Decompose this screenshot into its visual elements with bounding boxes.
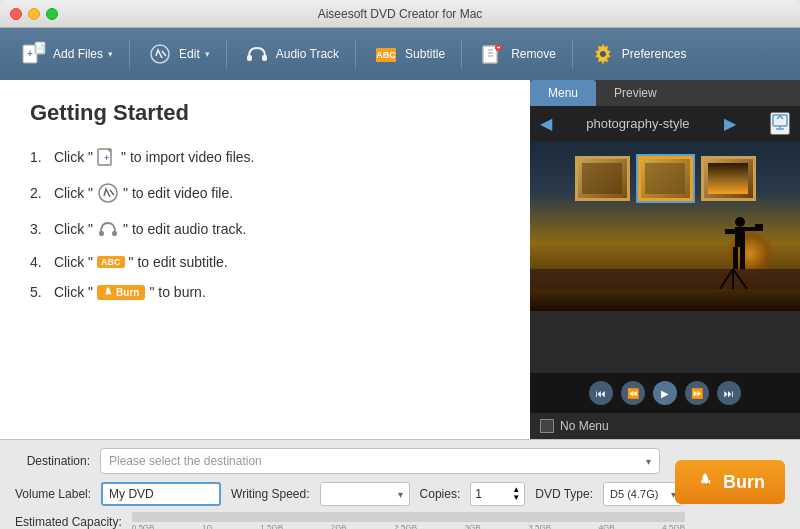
preview-image: [530, 141, 800, 373]
audio-track-button[interactable]: Audio Track: [233, 35, 349, 73]
capacity-ticks: 0.5GB 1G 1.5GB 2GB 2.5GB 3GB 3.5GB 4GB 4…: [132, 523, 685, 529]
app-title: Aiseesoft DVD Creator for Mac: [318, 7, 483, 21]
capacity-label: Estimated Capacity:: [15, 515, 122, 529]
svg-rect-5: [247, 55, 252, 61]
capacity-row: Estimated Capacity: 0.5GB 1G 1.5GB 2GB 2…: [15, 512, 785, 529]
destination-dropdown[interactable]: Please select the destination ▾: [100, 448, 660, 474]
destination-placeholder: Please select the destination: [109, 454, 646, 468]
frame-2[interactable]: [638, 156, 693, 201]
step-3-pre: Click ": [50, 221, 93, 237]
copies-down-button[interactable]: ▼: [512, 494, 520, 502]
subtitle-button[interactable]: ABC Subtitle: [362, 35, 455, 73]
preferences-button[interactable]: Preferences: [579, 35, 697, 73]
svg-rect-23: [530, 269, 800, 289]
svg-text:+: +: [27, 48, 33, 59]
step-4-pre: Click ": [50, 254, 93, 270]
step-5-post: " to burn.: [149, 284, 205, 300]
no-menu-row: No Menu: [530, 413, 800, 439]
edit-toolbar-icon: [148, 42, 172, 66]
writing-speed-dropdown[interactable]: ▾: [320, 482, 410, 506]
toolbar-sep-3: [355, 39, 356, 69]
mid-row: Volume Label: Writing Speed: ▾ Copies: 1…: [15, 482, 785, 506]
preview-nav: ◀ photography-style ▶: [530, 106, 800, 141]
menu-tab[interactable]: Menu: [530, 80, 596, 106]
edit-button[interactable]: Edit ▾: [136, 35, 220, 73]
photographer-silhouette: [530, 209, 800, 289]
writing-speed-label: Writing Speed:: [231, 487, 310, 501]
toolbar-sep-5: [572, 39, 573, 69]
headphone-icon: [245, 42, 269, 66]
copies-stepper[interactable]: 1 ▲ ▼: [470, 482, 525, 506]
forward-button[interactable]: ⏩: [685, 381, 709, 405]
svg-rect-9: [483, 46, 497, 63]
step-5-num: 5.: [30, 284, 50, 300]
main-area: Getting Started 1. Click " + " to import…: [0, 80, 800, 439]
no-menu-checkbox[interactable]: [540, 419, 554, 433]
minimize-button[interactable]: [28, 8, 40, 20]
title-bar: Aiseesoft DVD Creator for Mac: [0, 0, 800, 28]
destination-label: Destination:: [15, 454, 90, 468]
add-files-label: Add Files: [53, 47, 103, 61]
svg-point-24: [735, 217, 745, 227]
dvd-type-value: D5 (4.7G): [610, 488, 671, 500]
step-2: 2. Click " " to edit video file.: [30, 182, 500, 204]
capacity-bar-bg: [132, 512, 685, 522]
right-panel: Menu Preview ◀ photography-style ▶: [530, 80, 800, 439]
add-files-icon: + 📄: [21, 41, 47, 67]
maximize-button[interactable]: [46, 8, 58, 20]
step-2-pre: Click ": [50, 185, 93, 201]
step-2-post: " to edit video file.: [123, 185, 233, 201]
add-files-button[interactable]: + 📄 Add Files ▾: [10, 35, 123, 73]
preview-bg: [530, 141, 800, 311]
svg-text:📄: 📄: [35, 43, 45, 53]
volume-input[interactable]: [101, 482, 221, 506]
window-controls: [10, 8, 58, 20]
step-1-post: " to import video files.: [121, 149, 254, 165]
toolbar: + 📄 Add Files ▾ Edit ▾: [0, 28, 800, 80]
toolbar-sep-2: [226, 39, 227, 69]
no-menu-label: No Menu: [560, 419, 609, 433]
remove-button[interactable]: Remove: [468, 35, 566, 73]
frame-3[interactable]: [701, 156, 756, 201]
svg-rect-21: [112, 231, 117, 236]
step-4-post: " to edit subtitle.: [129, 254, 228, 270]
step-2-num: 2.: [30, 185, 50, 201]
step-3: 3. Click " " to edit audio track.: [30, 218, 500, 240]
dvd-type-label: DVD Type:: [535, 487, 593, 501]
subtitle-icon: ABC: [374, 42, 398, 66]
getting-started-title: Getting Started: [30, 100, 500, 126]
remove-icon: [480, 42, 504, 66]
content-area: Getting Started 1. Click " + " to import…: [0, 80, 530, 439]
step-5-pre: Click ": [50, 284, 93, 300]
rewind-button[interactable]: ⏪: [621, 381, 645, 405]
rewind-start-button[interactable]: ⏮: [589, 381, 613, 405]
player-controls: ⏮ ⏪ ▶ ⏩ ⏭: [530, 373, 800, 413]
step-3-num: 3.: [30, 221, 50, 237]
nav-next-button[interactable]: ▶: [724, 114, 736, 133]
panel-tabs: Menu Preview: [530, 80, 800, 106]
preview-style-title: photography-style: [586, 116, 689, 131]
destination-row: Destination: Please select the destinati…: [15, 448, 785, 474]
edit-arrow: ▾: [205, 49, 210, 59]
toolbar-sep-1: [129, 39, 130, 69]
forward-end-button[interactable]: ⏭: [717, 381, 741, 405]
dvd-type-dropdown[interactable]: D5 (4.7G) ▾: [603, 482, 683, 506]
svg-text:ABC: ABC: [376, 50, 396, 60]
preview-tab[interactable]: Preview: [596, 80, 675, 106]
svg-rect-6: [262, 55, 267, 61]
step-4-icon: ABC: [97, 256, 125, 268]
svg-rect-25: [735, 227, 745, 247]
subtitle-label: Subtitle: [405, 47, 445, 61]
nav-prev-button[interactable]: ◀: [540, 114, 552, 133]
svg-rect-30: [755, 224, 763, 231]
audio-track-label: Audio Track: [276, 47, 339, 61]
close-button[interactable]: [10, 8, 22, 20]
burn-button[interactable]: Burn: [675, 460, 785, 504]
step-3-post: " to edit audio track.: [123, 221, 246, 237]
step-1: 1. Click " + " to import video files.: [30, 146, 500, 168]
export-button[interactable]: [770, 112, 790, 135]
preferences-label: Preferences: [622, 47, 687, 61]
play-button[interactable]: ▶: [653, 381, 677, 405]
frame-1[interactable]: [575, 156, 630, 201]
toolbar-sep-4: [461, 39, 462, 69]
